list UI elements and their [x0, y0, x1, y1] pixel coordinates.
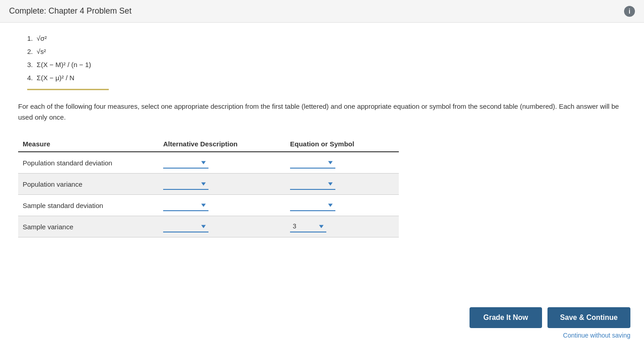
- list-item: 2. √s²: [18, 45, 626, 58]
- equation-dropdown-wrapper[interactable]: 1 2 3 4: [290, 178, 335, 190]
- table-row: Sample variance a b c d: [18, 216, 399, 237]
- equation-dropdown-wrapper[interactable]: 1 2 3 4: [290, 157, 335, 169]
- list-item: 3. Σ(X − M)² / (n − 1): [18, 58, 626, 71]
- measure-label: Sample variance: [18, 216, 163, 237]
- alt-desc-cell: a b c d: [163, 152, 290, 174]
- equation-dropdown-2[interactable]: 1 2 3 4: [290, 178, 335, 190]
- equation-cell: 1 2 3 4: [290, 216, 399, 237]
- alt-desc-dropdown-wrapper[interactable]: a b c d: [163, 221, 208, 232]
- equation-cell: 1 2 3 4: [290, 152, 399, 174]
- col-header-equation: Equation or Symbol: [290, 136, 399, 152]
- equation-cell: 1 2 3 4: [290, 195, 399, 216]
- alt-desc-dropdown-3[interactable]: a b c d: [163, 199, 208, 211]
- matching-table: Measure Alternative Description Equation…: [18, 136, 399, 237]
- alt-desc-dropdown-wrapper[interactable]: a b c d: [163, 178, 208, 190]
- list-text: Σ(X − μ)² / N: [37, 74, 74, 82]
- grade-it-now-button[interactable]: Grade It Now: [470, 307, 542, 328]
- col-header-measure: Measure: [18, 136, 163, 152]
- alt-desc-cell: a b c d: [163, 195, 290, 216]
- alt-desc-cell: a b c d: [163, 216, 290, 237]
- alt-desc-dropdown-4[interactable]: a b c d: [163, 221, 208, 232]
- numbered-list: 1. √σ² 2. √s² 3. Σ(X − M)² / (n − 1) 4. …: [18, 32, 626, 84]
- list-number: 1.: [27, 34, 33, 42]
- equation-dropdown-4[interactable]: 1 2 3 4: [290, 221, 326, 232]
- equation-dropdown-wrapper[interactable]: 1 2 3 4: [290, 221, 326, 232]
- list-item: 4. Σ(X − μ)² / N: [18, 71, 626, 84]
- button-row: Grade It Now Save & Continue: [470, 307, 630, 328]
- info-icon[interactable]: i: [624, 6, 635, 17]
- table-row: Population variance a b c d: [18, 174, 399, 195]
- list-number: 4.: [27, 74, 33, 82]
- alt-desc-cell: a b c d: [163, 174, 290, 195]
- save-continue-button[interactable]: Save & Continue: [547, 307, 630, 328]
- equation-dropdown-1[interactable]: 1 2 3 4: [290, 157, 335, 169]
- main-content: 1. √σ² 2. √s² 3. Σ(X − M)² / (n − 1) 4. …: [0, 23, 644, 274]
- measure-label: Population standard deviation: [18, 152, 163, 174]
- equation-dropdown-wrapper[interactable]: 1 2 3 4: [290, 199, 335, 211]
- list-number: 3.: [27, 61, 33, 68]
- list-text: √s²: [37, 48, 46, 55]
- list-text: Σ(X − M)² / (n − 1): [37, 61, 91, 68]
- continue-without-saving-button[interactable]: Continue without saving: [563, 332, 630, 339]
- measure-label: Sample standard deviation: [18, 195, 163, 216]
- equation-dropdown-3[interactable]: 1 2 3 4: [290, 199, 335, 211]
- instructions-text: For each of the following four measures,…: [18, 101, 626, 123]
- list-number: 2.: [27, 48, 33, 55]
- alt-desc-dropdown-wrapper[interactable]: a b c d: [163, 157, 208, 169]
- alt-desc-dropdown-1[interactable]: a b c d: [163, 157, 208, 169]
- bottom-actions: Grade It Now Save & Continue Continue wi…: [470, 307, 630, 339]
- equation-cell: 1 2 3 4: [290, 174, 399, 195]
- page-title: Complete: Chapter 4 Problem Set: [9, 6, 131, 16]
- col-header-alt-desc: Alternative Description: [163, 136, 290, 152]
- alt-desc-dropdown-2[interactable]: a b c d: [163, 178, 208, 190]
- table-row: Sample standard deviation a b c d: [18, 195, 399, 216]
- measure-label: Population variance: [18, 174, 163, 195]
- table-header-row: Measure Alternative Description Equation…: [18, 136, 399, 152]
- page-header: Complete: Chapter 4 Problem Set i: [0, 0, 644, 23]
- alt-desc-dropdown-wrapper[interactable]: a b c d: [163, 199, 208, 211]
- list-text: √σ²: [37, 34, 47, 42]
- table-row: Population standard deviation a b c d: [18, 152, 399, 174]
- underline-decoration: [27, 89, 109, 90]
- list-item: 1. √σ²: [18, 32, 626, 45]
